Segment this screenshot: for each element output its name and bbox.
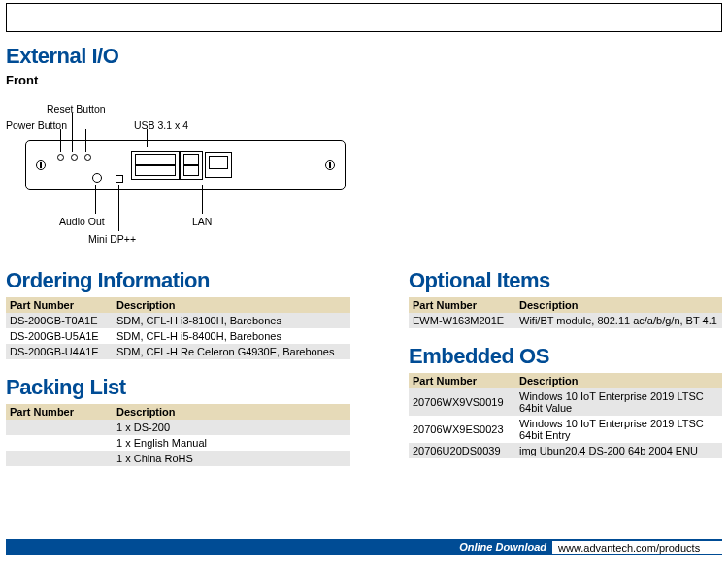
section-optional-items: Optional Items Part NumberDescription EW…	[409, 268, 722, 328]
cell-pn: 20706WX9ES0023	[409, 416, 515, 443]
table-ordering-information: Part NumberDescription DS-200GB-T0A1ESDM…	[6, 297, 350, 359]
label-usb: USB 3.1 x 4	[134, 119, 188, 131]
cell-pn: 20706WX9VS0019	[409, 388, 515, 416]
leader-line	[85, 129, 86, 152]
section-packing-list: Packing List Part NumberDescription 1 x …	[6, 375, 350, 466]
cell-pn: DS-200GB-U5A1E	[6, 328, 113, 344]
th-description: Description	[515, 373, 722, 388]
footer-url[interactable]: www.advantech.com/products	[552, 541, 722, 554]
mini-dp-icon	[116, 175, 123, 183]
th-part-number: Part Number	[6, 404, 113, 420]
leader-line	[60, 129, 61, 152]
leader-line	[202, 185, 203, 214]
cell-desc: Windows 10 IoT Enterprise 2019 LTSC 64bi…	[515, 388, 722, 416]
cell-desc: Wifi/BT module, 802.11 ac/a/b/g/n, BT 4.…	[515, 313, 722, 328]
cell-desc: SDM, CFL-H i5-8400H, Barebones	[113, 328, 350, 344]
heading-packing-list: Packing List	[6, 375, 350, 400]
cell-desc: 1 x English Manual	[113, 435, 350, 451]
label-power-button: Power Button	[6, 119, 67, 131]
heading-external-io: External I/O	[6, 44, 722, 69]
screw-icon	[36, 160, 46, 170]
cell-desc: 1 x DS-200	[113, 420, 350, 435]
label-mini-dp: Mini DP++	[88, 233, 136, 245]
leader-line	[118, 185, 119, 231]
cell-pn	[6, 451, 113, 466]
label-reset-button: Reset Button	[47, 103, 106, 115]
cell-desc: SDM, CFL-H Re Celeron G4930E, Barebones	[113, 344, 350, 359]
table-row: 1 x China RoHS	[6, 451, 350, 466]
leader-line	[72, 113, 73, 152]
front-io-diagram: Reset Button Power Button USB 3.1 x 4 Au…	[6, 93, 355, 249]
table-optional-items: Part NumberDescription EWM-W163M201EWifi…	[409, 297, 722, 328]
table-row: DS-200GB-T0A1ESDM, CFL-H i3-8100H, Bareb…	[6, 313, 350, 328]
cell-desc: SDM, CFL-H i3-8100H, Barebones	[113, 313, 350, 328]
aux-button-icon	[84, 154, 91, 161]
table-embedded-os: Part NumberDescription 20706WX9VS0019Win…	[409, 373, 722, 458]
th-description: Description	[515, 297, 722, 313]
screw-icon	[325, 160, 335, 170]
power-button-icon	[57, 154, 64, 161]
cell-desc: img Ubun20.4 DS-200 64b 2004 ENU	[515, 443, 722, 458]
spec-box-placeholder	[6, 3, 722, 32]
heading-embedded-os: Embedded OS	[409, 344, 722, 369]
th-part-number: Part Number	[409, 373, 515, 388]
table-row: 1 x English Manual	[6, 435, 350, 451]
table-row: 1 x DS-200	[6, 420, 350, 435]
cell-desc: Windows 10 IoT Enterprise 2019 LTSC 64bi…	[515, 416, 722, 443]
leader-line	[147, 129, 148, 147]
audio-jack-icon	[92, 173, 102, 183]
table-packing-list: Part NumberDescription 1 x DS-200 1 x En…	[6, 404, 350, 466]
th-description: Description	[113, 404, 350, 420]
table-row: DS-200GB-U5A1ESDM, CFL-H i5-8400H, Bareb…	[6, 328, 350, 344]
section-ordering-information: Ordering Information Part NumberDescript…	[6, 268, 350, 359]
th-description: Description	[113, 297, 350, 313]
section-embedded-os: Embedded OS Part NumberDescription 20706…	[409, 344, 722, 458]
cell-pn	[6, 435, 113, 451]
reset-button-icon	[71, 154, 78, 161]
heading-optional-items: Optional Items	[409, 268, 722, 293]
table-row: 20706WX9ES0023Windows 10 IoT Enterprise …	[409, 416, 722, 443]
cell-pn: DS-200GB-T0A1E	[6, 313, 113, 328]
heading-ordering-information: Ordering Information	[6, 268, 350, 293]
subheading-front: Front	[6, 73, 722, 87]
th-part-number: Part Number	[6, 297, 113, 313]
footer-bar: Online Download www.advantech.com/produc…	[6, 539, 722, 555]
cell-pn	[6, 420, 113, 435]
usb-ports-icon	[180, 151, 203, 180]
table-row: 20706WX9VS0019Windows 10 IoT Enterprise …	[409, 388, 722, 416]
footer-label: Online Download	[453, 541, 552, 553]
cell-desc: 1 x China RoHS	[113, 451, 350, 466]
cell-pn: DS-200GB-U4A1E	[6, 344, 113, 359]
label-audio-out: Audio Out	[59, 216, 105, 227]
label-lan: LAN	[192, 216, 212, 227]
table-row: EWM-W163M201EWifi/BT module, 802.11 ac/a…	[409, 313, 722, 328]
leader-line	[95, 185, 96, 214]
device-outline	[25, 140, 346, 190]
table-row: DS-200GB-U4A1ESDM, CFL-H Re Celeron G493…	[6, 344, 350, 359]
th-part-number: Part Number	[409, 297, 515, 313]
cell-pn: 20706U20DS0039	[409, 443, 515, 458]
lan-port-icon	[205, 152, 232, 178]
cell-pn: EWM-W163M201E	[409, 313, 515, 328]
table-row: 20706U20DS0039img Ubun20.4 DS-200 64b 20…	[409, 443, 722, 458]
usb-ports-icon	[131, 151, 180, 180]
